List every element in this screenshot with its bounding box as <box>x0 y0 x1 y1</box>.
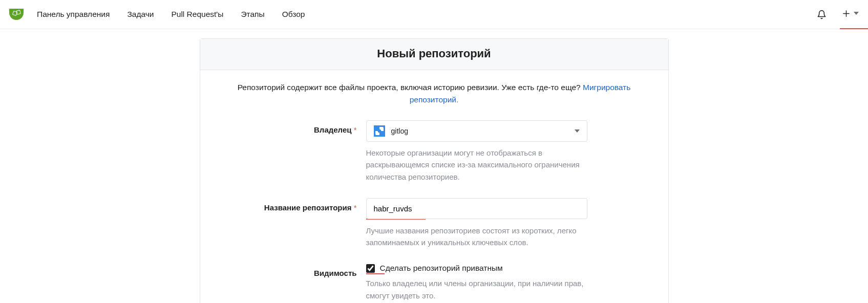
private-checkbox-label[interactable]: Сделать репозиторий приватным <box>380 264 503 273</box>
owner-dropdown[interactable]: gitlog <box>366 120 587 142</box>
repo-name-label: Название репозитория <box>215 198 366 260</box>
top-nav: Панель управления Задачи Pull Request'ы … <box>0 0 868 29</box>
owner-avatar <box>374 125 385 137</box>
chevron-down-icon <box>854 12 859 15</box>
repo-name-row: Название репозитория Лучшие названия реп… <box>215 198 654 260</box>
nav-right <box>817 9 859 20</box>
nav-issues[interactable]: Задачи <box>127 10 154 19</box>
owner-label: Владелец <box>215 120 366 194</box>
visibility-help: Только владелец или члены организации, п… <box>366 277 587 301</box>
nav-explore[interactable]: Обзор <box>282 10 305 19</box>
repo-name-input[interactable] <box>366 198 587 219</box>
highlight-underline <box>366 273 385 274</box>
new-repo-card: Новый репозиторий Репозиторий содержит в… <box>200 38 669 303</box>
owner-value: gitlog <box>391 127 408 135</box>
intro-text: Репозиторий содержит все файлы проекта, … <box>230 81 639 106</box>
visibility-row: Видимость Сделать репозиторий приватным … <box>215 264 654 303</box>
plus-icon <box>842 9 851 18</box>
nav-milestones[interactable]: Этапы <box>241 10 264 19</box>
owner-row: Владелец gitlog Некоторые организации мо… <box>215 120 654 194</box>
private-checkbox[interactable] <box>366 264 375 273</box>
card-title: Новый репозиторий <box>200 39 668 70</box>
intro-plain: Репозиторий содержит все файлы проекта, … <box>238 83 583 92</box>
gitea-logo[interactable] <box>9 9 24 20</box>
notifications-button[interactable] <box>817 10 827 19</box>
nav-dashboard[interactable]: Панель управления <box>37 10 110 19</box>
visibility-label: Видимость <box>215 264 366 303</box>
repo-name-help: Лучшие названия репозиториев состоят из … <box>366 225 587 249</box>
chevron-down-icon <box>575 129 580 133</box>
owner-help: Некоторые организации могут не отображат… <box>366 147 587 183</box>
create-menu-button[interactable] <box>842 9 859 20</box>
nav-links: Панель управления Задачи Pull Request'ы … <box>37 10 305 19</box>
nav-pull-requests[interactable]: Pull Request'ы <box>171 10 223 19</box>
bell-icon <box>817 10 827 19</box>
